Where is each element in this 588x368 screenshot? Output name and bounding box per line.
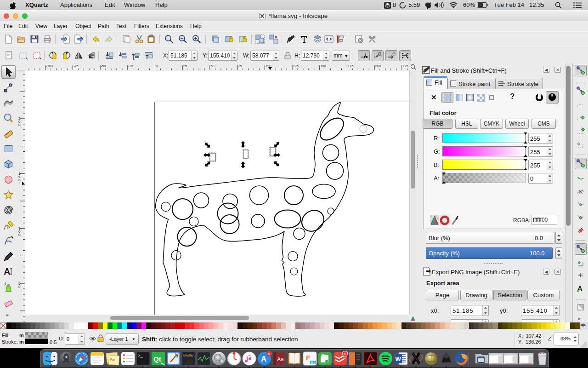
svg-text:>_: >_ <box>138 353 143 358</box>
svg-text:25: 25 <box>183 64 187 68</box>
svg-text:6: 6 <box>268 352 271 356</box>
svg-text:175: 175 <box>348 64 354 68</box>
svg-text:-25: -25 <box>128 64 133 68</box>
svg-text:W: W <box>396 356 401 362</box>
svg-text:0: 0 <box>18 233 21 237</box>
svg-text:75: 75 <box>238 64 242 68</box>
svg-text:A: A <box>4 267 10 277</box>
svg-text:Fun: Fun <box>110 358 115 361</box>
svg-text:kindle: kindle <box>183 353 193 357</box>
svg-text:200: 200 <box>375 64 381 68</box>
svg-text:0: 0 <box>18 123 21 127</box>
svg-text:-75: -75 <box>74 64 79 68</box>
svg-text:F: F <box>306 354 310 362</box>
svg-text:0: 0 <box>18 285 21 289</box>
svg-text:360: 360 <box>311 361 316 364</box>
svg-text:-100: -100 <box>46 64 53 68</box>
svg-text:50: 50 <box>210 64 214 68</box>
svg-text:225: 225 <box>402 64 408 68</box>
svg-text:A: A <box>261 355 266 363</box>
svg-text:125: 125 <box>293 64 299 68</box>
svg-text:Aa: Aa <box>277 356 284 362</box>
svg-text:-50: -50 <box>101 64 106 68</box>
svg-text:150: 150 <box>320 64 326 68</box>
svg-text:0: 0 <box>18 178 21 182</box>
svg-text:Qt: Qt <box>153 355 161 363</box>
svg-text:8: 8 <box>344 352 346 356</box>
svg-text:0: 0 <box>156 64 158 68</box>
